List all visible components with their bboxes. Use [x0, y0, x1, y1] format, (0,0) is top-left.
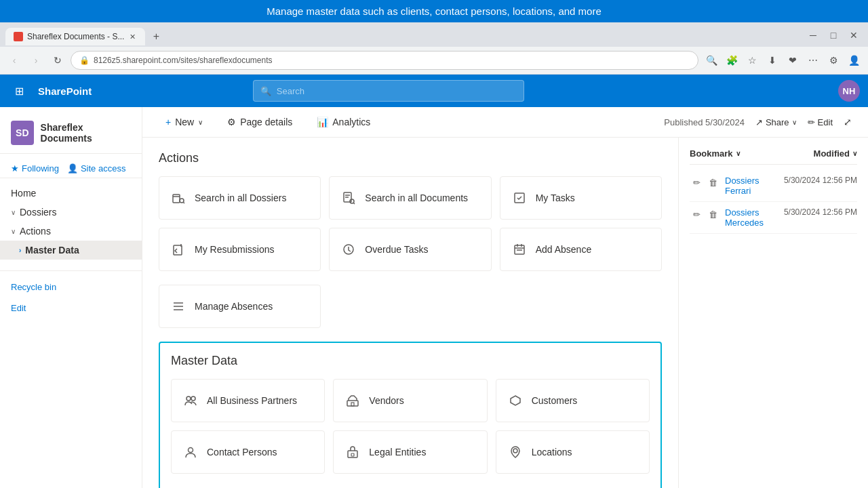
- locations-label: Locations: [532, 447, 572, 458]
- close-button[interactable]: ✕: [845, 26, 863, 44]
- back-button[interactable]: ‹: [5, 52, 23, 69]
- bookmark-link[interactable]: Dossiers Mercedes: [725, 207, 778, 228]
- pencil-icon: ✏: [808, 117, 815, 127]
- doc-search-icon: [340, 190, 357, 206]
- bookmark-link[interactable]: Dossiers Ferrari: [725, 176, 778, 196]
- svg-point-9: [191, 396, 195, 401]
- new-tab-button[interactable]: +: [148, 28, 164, 45]
- dossiers-label: Dossiers: [20, 207, 56, 218]
- apps-grid-button[interactable]: ⊞: [8, 80, 30, 102]
- svg-marker-12: [511, 396, 520, 405]
- page-details-button[interactable]: ⚙ Page details: [220, 113, 299, 131]
- add-absence-card[interactable]: Add Absence: [500, 228, 662, 271]
- analytics-button[interactable]: 📊 Analytics: [310, 113, 377, 131]
- recycle-bin-link[interactable]: Recycle bin: [0, 277, 142, 298]
- master-data-row2: Contact Persons Legal Entities: [171, 430, 650, 474]
- share-button[interactable]: ↗ Share ∨: [755, 117, 797, 127]
- chevron-down-icon: ∨: [11, 209, 16, 216]
- legal-entities-card[interactable]: Legal Entities: [333, 430, 487, 474]
- svg-point-16: [513, 449, 517, 453]
- svg-point-1: [180, 199, 184, 203]
- delete-bookmark-btn[interactable]: 🗑: [706, 176, 719, 189]
- edit-button[interactable]: ✏ Edit: [808, 117, 833, 127]
- forward-button[interactable]: ›: [27, 52, 45, 69]
- vendors-card[interactable]: Vendors: [333, 379, 487, 422]
- locations-card[interactable]: Locations: [496, 430, 650, 474]
- new-button[interactable]: + New ∨: [159, 113, 210, 131]
- nav-item-actions[interactable]: ∨ Actions: [0, 222, 142, 241]
- more-tools-icon[interactable]: ⋯: [804, 52, 822, 69]
- search-documents-label: Search in all Documents: [365, 192, 468, 203]
- edit-bookmark-btn[interactable]: ✏: [690, 176, 703, 189]
- following-button[interactable]: ★ Following: [11, 163, 59, 174]
- main-content: Actions Search in all Dossiers: [142, 138, 678, 488]
- modified-column-header[interactable]: Modified ∨: [774, 148, 858, 159]
- browser-toolbar: ‹ › ↻ 🔒 8126z5.sharepoint.com/sites/shar…: [0, 47, 868, 74]
- settings-icon[interactable]: ⚙: [825, 52, 842, 69]
- bookmark-icon[interactable]: ☆: [743, 52, 761, 69]
- profile-icon[interactable]: 👤: [845, 52, 863, 69]
- site-title: Shareflex Documents: [41, 122, 131, 144]
- sharepoint-search[interactable]: 🔍 Search: [253, 80, 524, 102]
- bookmark-item-actions: ✏ 🗑: [690, 176, 719, 189]
- partners-icon: [182, 392, 199, 409]
- search-documents-card[interactable]: Search in all Documents: [329, 176, 491, 220]
- user-avatar[interactable]: NH: [838, 80, 860, 102]
- person-icon: 👤: [67, 163, 78, 174]
- bookmark-info: Dossiers Ferrari: [725, 176, 778, 196]
- browser-search-icon[interactable]: 🔍: [703, 52, 720, 69]
- my-resubmissions-card[interactable]: My Resubmissions: [159, 228, 321, 271]
- sharepoint-header: ⊞ SharePoint 🔍 Search NH: [0, 75, 868, 107]
- edit-nav-link[interactable]: Edit: [0, 298, 142, 319]
- svg-point-13: [189, 448, 193, 453]
- plus-icon: +: [165, 117, 171, 127]
- extensions-icon[interactable]: 🧩: [723, 52, 741, 69]
- bookmark-item: ✏ 🗑 Dossiers Mercedes 5/30/2024 12:56 PM: [690, 202, 857, 234]
- tab-close-btn[interactable]: ✕: [128, 33, 137, 41]
- edit-bookmark-btn[interactable]: ✏: [690, 207, 703, 221]
- top-banner-text: Manage master data such as clients, cont…: [267, 5, 601, 17]
- bookmark-item: ✏ 🗑 Dossiers Ferrari 5/30/2024 12:56 PM: [690, 170, 857, 202]
- my-tasks-card[interactable]: My Tasks: [500, 176, 662, 220]
- nav-item-dossiers[interactable]: ∨ Dossiers: [0, 203, 142, 222]
- bookmark-date: 5/30/2024 12:56 PM: [784, 207, 857, 217]
- bookmark-chevron-icon: ∨: [736, 150, 741, 157]
- minimize-button[interactable]: ─: [804, 26, 822, 44]
- my-resubmissions-label: My Resubmissions: [195, 244, 274, 255]
- left-nav: SD Shareflex Documents ★ Following 👤 Sit…: [0, 107, 142, 488]
- overdue-tasks-label: Overdue Tasks: [365, 244, 428, 255]
- favorites-icon[interactable]: ❤: [784, 52, 802, 69]
- tasks-icon: [511, 190, 528, 206]
- top-banner: Manage master data such as clients, cont…: [0, 0, 868, 22]
- nav-item-master-data[interactable]: › Master Data: [0, 241, 142, 260]
- overdue-tasks-card[interactable]: Overdue Tasks: [329, 228, 491, 271]
- site-access-button[interactable]: 👤 Site access: [67, 163, 125, 174]
- bookmark-list: ✏ 🗑 Dossiers Ferrari 5/30/2024 12:56 PM: [690, 170, 857, 234]
- content-toolbar: + New ∨ ⚙ Page details 📊 Analytics Publi…: [142, 107, 868, 138]
- share-icon: ↗: [755, 117, 763, 127]
- expand-button[interactable]: ⤢: [844, 117, 852, 127]
- customers-icon: [507, 392, 524, 409]
- maximize-button[interactable]: □: [825, 26, 842, 44]
- downloads-icon[interactable]: ⬇: [764, 52, 781, 69]
- content-area: + New ∨ ⚙ Page details 📊 Analytics Publi…: [142, 107, 868, 488]
- refresh-button[interactable]: ↻: [49, 52, 66, 69]
- nav-item-home[interactable]: Home: [0, 184, 142, 203]
- bookmark-column-header[interactable]: Bookmark ∨: [690, 148, 774, 159]
- all-business-partners-card[interactable]: All Business Partners: [171, 379, 325, 422]
- browser-tab[interactable]: Shareflex Documents - S... ✕: [5, 28, 145, 45]
- published-info: Published 5/30/2024 ↗ Share ∨ ✏ Edit ⤢: [664, 117, 852, 127]
- manage-absences-label: Manage Absences: [195, 301, 273, 312]
- analytics-icon: 📊: [317, 117, 328, 127]
- vendors-icon: [344, 392, 361, 409]
- delete-bookmark-btn[interactable]: 🗑: [706, 207, 719, 221]
- manage-absences-card[interactable]: Manage Absences: [159, 285, 321, 328]
- folder-search-icon: [170, 190, 186, 206]
- contact-persons-card[interactable]: Contact Persons: [171, 430, 325, 474]
- all-business-partners-label: All Business Partners: [207, 395, 297, 406]
- customers-card[interactable]: Customers: [496, 379, 650, 422]
- address-bar[interactable]: 🔒 8126z5.sharepoint.com/sites/shareflexd…: [71, 51, 698, 70]
- search-dossiers-card[interactable]: Search in all Dossiers: [159, 176, 321, 220]
- resubmit-icon: [170, 241, 186, 258]
- actions-cards-row1: Search in all Dossiers Search in all Doc…: [159, 176, 662, 220]
